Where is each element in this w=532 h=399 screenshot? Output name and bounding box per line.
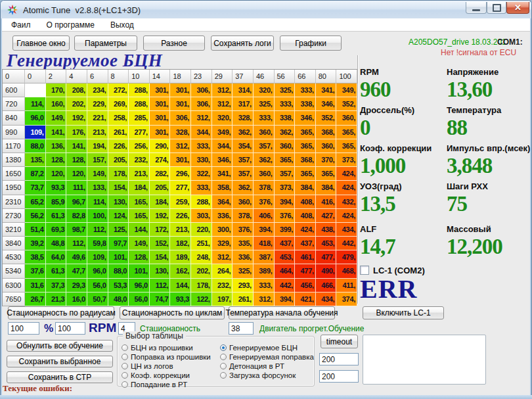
map-cell[interactable]: 130, [108,195,129,209]
map-cell[interactable]: 288, [191,195,212,209]
map-cell[interactable]: 296, [170,167,191,181]
map-cell[interactable]: 124, [108,209,129,223]
map-cell[interactable]: 306, [191,83,212,97]
map-cell[interactable]: 329, [212,237,233,250]
map-cell[interactable]: 376, [254,195,275,209]
map-cell[interactable]: 344, [191,126,212,139]
map-cell[interactable]: 97,7 [108,237,129,250]
map-cell[interactable]: 357, [275,167,296,181]
map-cell[interactable]: 144, [170,279,191,293]
map-cell[interactable]: 111, [66,181,87,195]
map-cell[interactable]: 399, [275,223,296,237]
map-cell[interactable]: 128, [66,153,87,167]
table-select-option[interactable]: Детонация в РТ [220,362,314,370]
map-cell[interactable]: 37,3 [46,279,67,293]
map-cell[interactable]: 256, [129,139,150,153]
map-cell[interactable]: 335, [233,237,254,250]
close-button[interactable]: ✕ [506,2,529,14]
map-cell[interactable]: 178, [108,167,129,181]
map-cell[interactable]: 141, [66,139,87,153]
menu-item-1[interactable]: Фаил [11,20,31,30]
map-cell[interactable]: 317, [233,97,254,111]
map-cell[interactable]: 394, [275,293,296,306]
map-cell[interactable]: 464, [275,264,296,278]
table-select-option[interactable]: Поправка из прошивки [122,352,211,361]
map-cell[interactable]: 74,7 [150,293,171,306]
map-cell[interactable]: 248, [191,250,212,264]
map-cell[interactable]: 39,2 [25,237,46,250]
map-cell[interactable]: 229, [87,97,108,111]
map-cell[interactable]: 29,3 [66,279,87,293]
map-cell[interactable]: 277, [129,126,150,139]
map-cell[interactable]: 384, [316,181,337,195]
map-cell[interactable]: 192, [66,111,87,125]
map-cell[interactable]: 424, [336,181,357,195]
learning-start-temp-button[interactable]: Температура начала обучения [229,306,335,319]
map-cell[interactable]: 408, [295,209,316,223]
map-cell[interactable]: 373, [275,181,296,195]
map-cell[interactable]: 357, [254,139,275,153]
map-cell[interactable]: 312, [212,250,233,264]
map-cell[interactable]: 96,0 [87,264,108,278]
radio-icon[interactable] [122,354,128,360]
save-selected-button[interactable]: Сохранить выбранное [7,356,113,367]
table-select-option[interactable]: Генерируемая поправка [220,352,314,361]
map-cell[interactable]: 16,0 [66,293,87,306]
map-cell[interactable]: 144, [129,223,150,237]
map-cell[interactable]: 461, [295,250,316,264]
map-cell[interactable]: 427, [316,209,337,223]
map-cell[interactable]: 301, [170,83,191,97]
map-cell[interactable]: 352, [316,111,337,125]
map-cell[interactable]: 152, [150,237,171,250]
map-cell[interactable]: 301, [170,153,191,167]
map-cell[interactable]: 301, [150,83,171,97]
map-cell[interactable]: 149, [87,167,108,181]
map-cell[interactable]: 328, [170,126,191,139]
radio-selected-icon[interactable] [220,344,227,351]
map-cell[interactable]: 172, [150,223,171,237]
table-select-option[interactable]: Загрузка форсунок [220,371,314,379]
map-cell[interactable]: 120, [46,167,67,181]
map-cell[interactable]: 364, [212,195,233,209]
map-cell[interactable]: 170, [46,83,67,97]
radio-icon[interactable] [122,372,128,379]
map-cell[interactable]: 133, [87,181,108,195]
map-cell[interactable]: 202, [66,97,87,111]
map-cell[interactable]: 202, [191,264,212,278]
map-cell[interactable]: 261, [233,293,254,306]
map-cell[interactable]: 312, [191,111,212,125]
map-cell[interactable]: 394, [254,223,275,237]
map-cell[interactable]: 64,0 [46,250,67,264]
map-cell[interactable]: 328, [233,111,254,125]
map-cell[interactable]: 424, [336,167,357,181]
map-cell[interactable]: 301, [150,111,171,125]
map-cell[interactable]: 234, [87,83,108,97]
map-cell[interactable]: 378, [233,209,254,223]
map-cell[interactable]: 434, [336,223,357,237]
map-cell[interactable]: 61,3 [46,264,67,278]
map-cell[interactable]: 274, [150,153,171,167]
map-cell[interactable]: 453, [316,237,337,250]
map-cell[interactable]: 96,0 [25,111,46,125]
map-cell[interactable]: 322, [191,167,212,181]
map-cell[interactable]: 333, [191,139,212,153]
map-cell[interactable]: 360, [254,167,275,181]
map-cell[interactable]: 213, [129,167,150,181]
map-cell[interactable]: 368, [316,126,337,139]
map-cell[interactable]: 312, [212,97,233,111]
map-cell[interactable]: 135, [25,153,46,167]
map-cell[interactable]: 418, [254,237,275,250]
map-cell[interactable]: 365, [295,126,316,139]
map-cell[interactable]: 325, [275,83,296,97]
stationarity-cycles-button[interactable]: Стационарность по циклам [120,306,225,319]
map-cell[interactable]: 165, [129,209,150,223]
map-cell[interactable]: 312, [254,293,275,306]
enable-lc1-button[interactable]: Включить LC-1 [363,306,444,319]
map-cell[interactable]: 73,7 [25,181,46,195]
map-cell[interactable]: 301, [150,97,171,111]
map-cell[interactable]: 182, [170,237,191,250]
map-cell[interactable]: 344, [212,139,233,153]
map-cell[interactable]: 85,9 [46,195,67,209]
map-cell[interactable]: 477, [316,250,337,264]
map-cell[interactable]: 213, [170,223,191,237]
